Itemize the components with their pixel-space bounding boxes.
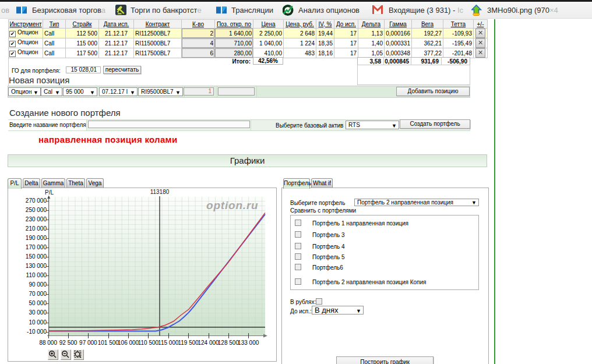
svg-text:113180: 113180 bbox=[150, 189, 170, 195]
svg-text:P/L: P/L bbox=[45, 189, 54, 196]
svg-text:option.ru: option.ru bbox=[206, 199, 259, 211]
